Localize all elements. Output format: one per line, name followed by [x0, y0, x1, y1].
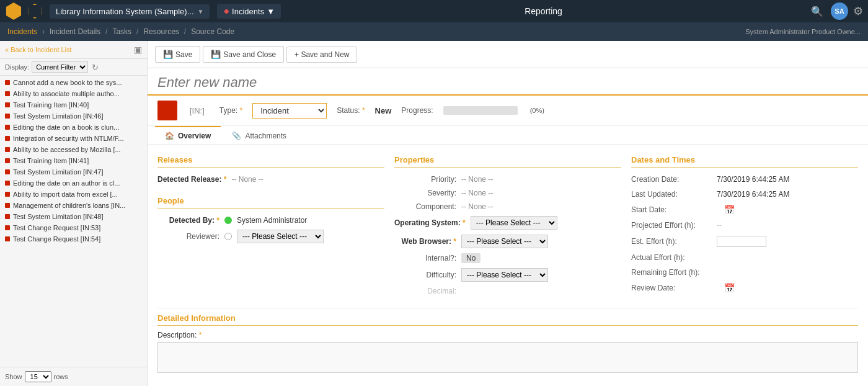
list-item[interactable]: Ability to associate multiple autho...	[0, 88, 147, 99]
component-label: Component:	[394, 202, 456, 211]
start-date-calendar-icon[interactable]: 📅	[724, 205, 735, 215]
breadcrumb-sep2: /	[105, 27, 107, 36]
attachments-icon: 📎	[232, 132, 241, 140]
component-value: -- None --	[461, 202, 493, 211]
dates-title: Dates and Times	[631, 155, 858, 168]
incidents-menu[interactable]: ● Incidents ▼	[217, 4, 281, 19]
reviewer-select[interactable]: --- Please Select ---	[237, 230, 324, 243]
incident-dot-icon	[5, 214, 10, 219]
creation-date-label: Creation Date:	[631, 175, 712, 184]
projected-effort-label: Projected Effort (h):	[631, 221, 712, 230]
list-item[interactable]: Test Training Item [IN:40]	[0, 99, 147, 110]
breadcrumb-sep1: ›	[42, 27, 45, 36]
main-container: « Back to Incident List ▣ Display: Curre…	[0, 41, 868, 386]
avatar[interactable]: SA	[831, 2, 848, 20]
est-effort-label: Est. Effort (h):	[631, 237, 712, 246]
review-date-row: Review Date: 📅	[631, 283, 858, 293]
save-new-button[interactable]: + Save and New	[286, 47, 357, 63]
breadcrumb-incident-details: Incident Details	[50, 27, 100, 36]
dates-section: Dates and Times Creation Date: 7/30/2019…	[631, 155, 858, 297]
browser-select[interactable]: --- Please Select ---	[461, 235, 548, 248]
top-nav-right: SA ⚙	[831, 2, 863, 20]
logo-hex2-icon	[27, 4, 42, 19]
refresh-icon[interactable]: ↻	[92, 63, 99, 72]
breadcrumb-sep4: /	[184, 27, 186, 36]
status-value: New	[375, 106, 392, 115]
detected-by-label: Detected By: *	[157, 216, 219, 225]
tab-overview[interactable]: 🏠 Overview	[155, 126, 221, 145]
list-item[interactable]: Cannot add a new book to the sys...	[0, 77, 147, 88]
releases-title: Releases	[157, 155, 384, 168]
os-select[interactable]: --- Please Select ---	[471, 216, 557, 230]
save-icon: 💾	[163, 50, 173, 59]
review-date-calendar-icon[interactable]: 📅	[724, 283, 735, 293]
breadcrumb-resources: Resources	[143, 27, 179, 36]
list-item[interactable]: Test Change Request [IN:54]	[0, 233, 147, 245]
name-input-row	[148, 68, 868, 96]
last-updated-value: 7/30/2019 6:44:25 AM	[717, 190, 789, 199]
list-item[interactable]: Test Change Request [IN:53]	[0, 222, 147, 233]
list-item[interactable]: Test Training Item [IN:41]	[0, 155, 147, 166]
internal-toggle[interactable]: No	[461, 253, 480, 263]
app-title[interactable]: Library Information System (Sample)... ▼	[50, 4, 210, 19]
incident-dot-icon	[5, 203, 10, 208]
list-item[interactable]: Ability to import data from excel [...	[0, 189, 147, 200]
list-item[interactable]: Test System Limitation [IN:46]	[0, 110, 147, 122]
rows-select[interactable]: 15	[25, 371, 51, 382]
user-online-dot-icon	[224, 217, 232, 224]
type-select[interactable]: Incident	[252, 103, 327, 119]
est-effort-row: Est. Effort (h):	[631, 236, 858, 247]
save-close-button[interactable]: 💾 Save and Close	[203, 46, 284, 63]
difficulty-row: Difficulty: --- Please Select ---	[394, 268, 621, 282]
tabs-row: 🏠 Overview 📎 Attachments	[148, 126, 868, 145]
list-item[interactable]: Test System Limitation [IN:48]	[0, 211, 147, 222]
review-date-label: Review Date:	[631, 284, 712, 292]
list-item[interactable]: Ability to be accessed by Mozilla [...	[0, 144, 147, 155]
list-item[interactable]: Test System Limitation [IN:47]	[0, 166, 147, 177]
difficulty-select[interactable]: --- Please Select ---	[461, 268, 548, 282]
list-item[interactable]: Editing the date on an author is cl...	[0, 177, 147, 189]
difficulty-label: Difficulty:	[394, 271, 456, 279]
browser-label: Web Browser: *	[394, 237, 456, 246]
breadcrumb: Incidents › Incident Details / Tasks / R…	[0, 22, 868, 41]
detected-by-row: Detected By: * System Administrator	[157, 216, 384, 225]
logo-hex-icon	[5, 2, 22, 20]
filter-select[interactable]: Current Filter	[32, 61, 88, 73]
breadcrumb-sep3: /	[136, 27, 138, 36]
incident-dot-icon	[5, 102, 10, 107]
list-item[interactable]: Management of children's loans [IN...	[0, 200, 147, 211]
app-title-arrow-icon: ▼	[198, 8, 204, 15]
tab-attachments[interactable]: 📎 Attachments	[222, 126, 296, 145]
progress-label: Progress:	[401, 106, 433, 115]
content-area: 💾 Save 💾 Save and Close + Save and New […	[148, 41, 868, 386]
detected-release-value: -- None --	[231, 175, 263, 184]
save-button[interactable]: 💾 Save	[155, 46, 200, 63]
last-updated-label: Last Updated:	[631, 190, 712, 199]
list-item[interactable]: Editing the date on a book is clun...	[0, 122, 147, 133]
incidents-arrow-icon: ▼	[267, 7, 275, 16]
properties-title: Properties	[394, 155, 621, 168]
gear-icon[interactable]: ⚙	[853, 4, 863, 18]
description-label: Description: *	[157, 331, 858, 339]
overview-home-icon: 🏠	[165, 132, 174, 140]
sidebar: « Back to Incident List ▣ Display: Curre…	[0, 41, 148, 386]
reporting-button[interactable]: Reporting	[283, 6, 804, 16]
back-to-list-link[interactable]: « Back to Incident List	[5, 46, 72, 53]
save-close-icon: 💾	[211, 50, 221, 59]
est-effort-input[interactable]	[717, 236, 766, 247]
incident-dot-icon	[5, 181, 10, 186]
incident-dot-icon	[5, 91, 10, 96]
incident-dot-icon	[5, 225, 10, 230]
list-item[interactable]: Integration of security with NTLM/F...	[0, 133, 147, 144]
breadcrumb-source-code: Source Code	[191, 27, 234, 36]
actual-effort-row: Actual Effort (h):	[631, 253, 858, 262]
breadcrumb-incidents[interactable]: Incidents	[7, 27, 37, 36]
incident-name-input[interactable]	[157, 74, 858, 91]
internal-label: Internal?:	[394, 254, 456, 263]
search-button[interactable]: 🔍	[806, 3, 828, 20]
start-date-label: Start Date:	[631, 205, 712, 214]
actual-effort-label: Actual Effort (h):	[631, 253, 712, 262]
description-textarea[interactable]	[157, 342, 858, 373]
incident-severity-badge	[157, 101, 177, 120]
sidebar-collapse-icon[interactable]: ▣	[134, 45, 142, 55]
